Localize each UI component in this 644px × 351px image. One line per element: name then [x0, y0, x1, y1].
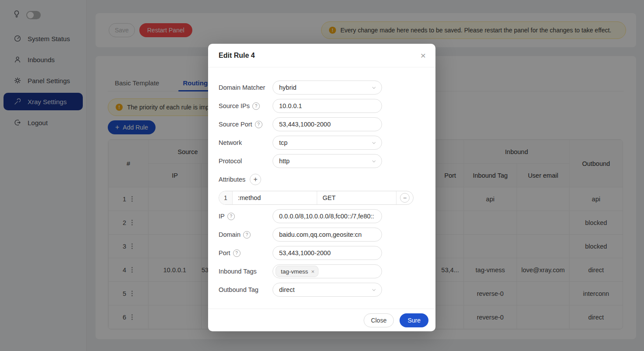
- field-domain-matcher: Domain Matcher hybrid: [219, 81, 425, 95]
- port-label: Port: [219, 249, 230, 256]
- field-port: Port?: [219, 246, 425, 260]
- tag-chip: tag-vmess ×: [276, 266, 318, 277]
- source-ips-label: Source IPs: [219, 102, 250, 109]
- question-circle-icon: ?: [252, 102, 260, 110]
- edit-rule-modal: Edit Rule 4 × Domain Matcher hybrid Sour…: [208, 44, 435, 331]
- field-outbound-tag: Outbound Tag direct: [219, 283, 425, 297]
- attribute-index: 1: [219, 191, 233, 204]
- network-label: Network: [219, 139, 272, 146]
- chevron-down-icon: [372, 288, 376, 292]
- attribute-value-input[interactable]: [317, 191, 396, 204]
- domain-matcher-select[interactable]: hybrid: [272, 81, 382, 95]
- question-circle-icon: ?: [227, 213, 235, 220]
- chevron-down-icon: [372, 140, 376, 145]
- domain-input[interactable]: [272, 228, 382, 242]
- question-circle-icon: ?: [243, 231, 251, 239]
- field-source-ips: Source IPs?: [219, 99, 425, 113]
- domain-label: Domain: [219, 231, 241, 238]
- source-port-input[interactable]: [272, 117, 382, 131]
- outbound-tag-select[interactable]: direct: [272, 283, 382, 297]
- modal-title: Edit Rule 4: [219, 52, 255, 60]
- field-protocol: Protocol http: [219, 154, 425, 168]
- attributes-label: Attributes: [219, 176, 245, 183]
- domain-matcher-value: hybrid: [279, 84, 297, 91]
- remove-tag-icon[interactable]: ×: [311, 269, 315, 274]
- question-circle-icon: ?: [255, 121, 262, 128]
- modal-footer: Close Sure: [208, 309, 435, 331]
- domain-matcher-label: Domain Matcher: [219, 84, 272, 91]
- modal-close-button[interactable]: Close: [364, 313, 394, 327]
- ip-input[interactable]: [272, 209, 382, 223]
- inbound-tags-label: Inbound Tags: [219, 268, 272, 275]
- chevron-down-icon: [372, 85, 376, 90]
- network-select[interactable]: tcp: [272, 136, 382, 150]
- field-attributes: Attributes +: [219, 172, 425, 186]
- question-circle-icon: ?: [233, 249, 241, 257]
- outbound-tag-label: Outbound Tag: [219, 286, 272, 293]
- tag-chip-label: tag-vmess: [281, 268, 308, 275]
- field-inbound-tags: Inbound Tags tag-vmess ×: [219, 264, 425, 278]
- protocol-value: http: [279, 158, 290, 165]
- outbound-tag-value: direct: [279, 286, 294, 293]
- app-screen: System Status Inbounds Panel Settings: [0, 0, 644, 351]
- source-port-label: Source Port: [219, 121, 252, 128]
- modal-body: Domain Matcher hybrid Source IPs? Source…: [208, 67, 435, 297]
- protocol-label: Protocol: [219, 158, 272, 165]
- attribute-row: 1 −: [219, 191, 425, 205]
- field-ip: IP?: [219, 209, 425, 223]
- modal-sure-button[interactable]: Sure: [400, 313, 428, 327]
- attribute-key-input[interactable]: [233, 191, 317, 204]
- field-source-port: Source Port?: [219, 117, 425, 131]
- port-input[interactable]: [272, 246, 382, 260]
- close-icon[interactable]: ×: [421, 51, 426, 60]
- remove-attribute-button[interactable]: −: [400, 193, 410, 203]
- field-network: Network tcp: [219, 136, 425, 150]
- inbound-tags-input[interactable]: tag-vmess ×: [272, 264, 382, 278]
- field-domain: Domain?: [219, 228, 425, 242]
- add-attribute-button[interactable]: +: [250, 174, 261, 185]
- network-value: tcp: [279, 139, 287, 146]
- protocol-select[interactable]: http: [272, 154, 382, 168]
- chevron-down-icon: [372, 159, 376, 164]
- ip-label: IP: [219, 213, 225, 220]
- source-ips-input[interactable]: [272, 99, 382, 113]
- modal-header: Edit Rule 4 ×: [208, 44, 435, 67]
